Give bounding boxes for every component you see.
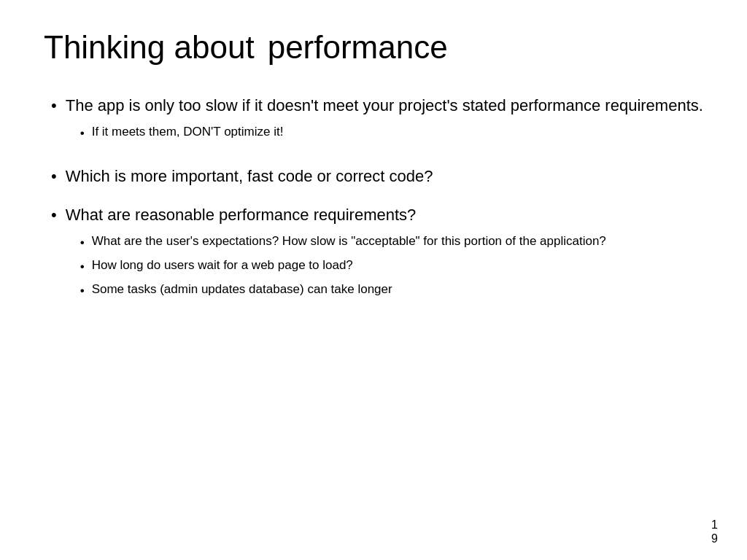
sub-bullets: • What are the user's expectations? How … [66,233,606,300]
bullet3-text: What are reasonable performance requirem… [66,206,417,224]
title-part2: performance [268,29,448,66]
bullet2-text: Which is more important, fast code or co… [66,167,433,185]
content-area: • The app is only too slow if it doesn't… [44,95,703,306]
bullet-marker: • [80,259,85,276]
sub-bullet-text: How long do users wait for a web page to… [92,257,353,274]
list-item: • What are reasonable performance requir… [51,204,703,306]
bullet1-text: The app is only too slow if it doesn't m… [66,96,703,114]
bullet-marker: • [80,283,85,300]
page-number: 1 9 [711,518,718,545]
list-item: • If it meets them, DON'T optimize it! [80,124,703,142]
title-area: Thinking about performance [44,29,703,66]
page-number-line1: 1 [711,518,718,532]
bullet-marker: • [51,96,57,115]
title-part1: Thinking about [44,29,255,66]
sub-bullet-text: If it meets them, DON'T optimize it! [92,124,284,141]
list-item: • How long do users wait for a web page … [80,257,606,276]
sub-bullets: • If it meets them, DON'T optimize it! [66,124,703,142]
sub-bullet-text: What are the user's expectations? How sl… [92,233,606,250]
list-item: • The app is only too slow if it doesn't… [51,95,703,148]
list-item: • Which is more important, fast code or … [51,166,703,187]
bullet-marker: • [51,167,57,186]
bullet-marker: • [80,235,85,252]
bullet-marker: • [80,125,85,142]
list-item: • What are the user's expectations? How … [80,233,606,252]
list-item: • Some tasks (admin updates database) ca… [80,281,606,300]
sub-bullet-text: Some tasks (admin updates database) can … [92,281,392,298]
page-number-line2: 9 [711,532,718,545]
bullet-marker: • [51,206,57,225]
slide-container: Thinking about performance • The app is … [0,0,747,560]
